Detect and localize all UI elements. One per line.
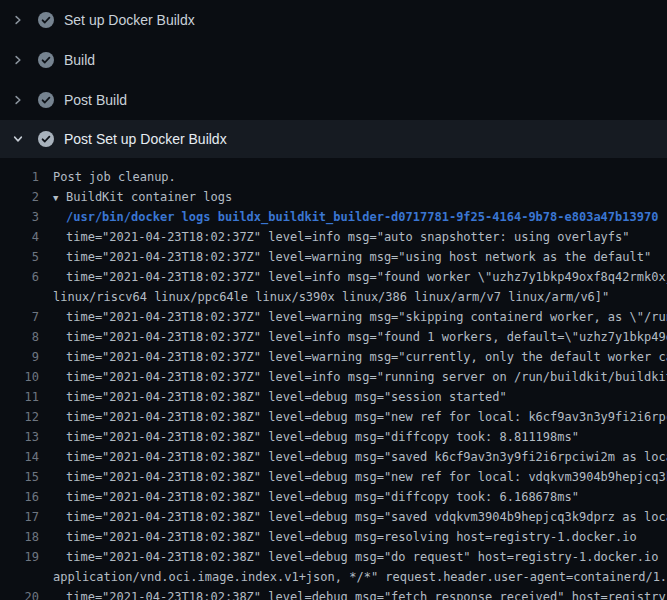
log-line: 15time="2021-04-23T18:02:38Z" level=debu… [0,467,667,487]
log-line: 3/usr/bin/docker logs buildx_buildkit_bu… [0,207,667,227]
log-text: time="2021-04-23T18:02:37Z" level=info m… [39,367,667,387]
log-line-wrap: linux/riscv64 linux/ppc64le linux/s390x … [0,287,667,307]
group-caret-icon[interactable]: ▼ [53,188,66,207]
log-lines: 1Post job cleanup.2▼BuildKit container l… [0,167,667,600]
log-line: 5time="2021-04-23T18:02:37Z" level=warni… [0,247,667,267]
line-number[interactable]: 4 [0,227,39,247]
log-line: 18time="2021-04-23T18:02:38Z" level=debu… [0,527,667,547]
log-text: time="2021-04-23T18:02:38Z" level=debug … [39,487,579,507]
step-row-set-up-docker-buildx[interactable]: Set up Docker Buildx [0,0,667,40]
log-text: time="2021-04-23T18:02:37Z" level=info m… [39,327,667,347]
chevron-right-icon [12,14,24,26]
step-label: Build [64,52,95,68]
line-number[interactable]: 15 [0,467,39,487]
step-label: Post Build [64,92,127,108]
line-number[interactable]: 7 [0,307,39,327]
log-line: 17time="2021-04-23T18:02:38Z" level=debu… [0,507,667,527]
log-line: 13time="2021-04-23T18:02:38Z" level=debu… [0,427,667,447]
log-text: time="2021-04-23T18:02:38Z" level=debug … [39,447,667,467]
log-line: 19time="2021-04-23T18:02:38Z" level=debu… [0,547,667,567]
check-circle-icon [38,12,54,28]
log-text: time="2021-04-23T18:02:37Z" level=info m… [39,267,667,287]
line-number[interactable]: 19 [0,547,39,567]
log-text: ▼BuildKit container logs [39,187,232,207]
line-number[interactable]: 3 [0,207,39,227]
log-line-wrap: application/vnd.oci.image.index.v1+json,… [0,567,667,587]
log-text: application/vnd.oci.image.index.v1+json,… [39,567,667,587]
log-text: Post job cleanup. [39,167,176,187]
log-text: time="2021-04-23T18:02:37Z" level=warnin… [39,347,667,367]
check-circle-icon [38,52,54,68]
log-text: time="2021-04-23T18:02:38Z" level=debug … [39,407,667,427]
log-text: time="2021-04-23T18:02:38Z" level=debug … [39,587,667,600]
log-text: time="2021-04-23T18:02:38Z" level=debug … [39,527,637,547]
log-text: time="2021-04-23T18:02:38Z" level=debug … [39,387,507,407]
log-line: 12time="2021-04-23T18:02:38Z" level=debu… [0,407,667,427]
log-text: time="2021-04-23T18:02:37Z" level=info m… [39,227,630,247]
log-text: time="2021-04-23T18:02:38Z" level=debug … [39,507,667,527]
log-text: linux/riscv64 linux/ppc64le linux/s390x … [39,287,609,307]
line-number-empty [0,287,39,307]
log-line: 4time="2021-04-23T18:02:37Z" level=info … [0,227,667,247]
log-text: time="2021-04-23T18:02:38Z" level=debug … [39,547,667,567]
line-number[interactable]: 20 [0,587,39,600]
log-text: time="2021-04-23T18:02:38Z" level=debug … [39,427,579,447]
line-number[interactable]: 9 [0,347,39,367]
steps-list: Set up Docker Buildx Build Post Build Po… [0,0,667,158]
check-circle-icon [38,92,54,108]
step-label: Set up Docker Buildx [64,12,195,28]
step-row-post-set-up-docker-buildx[interactable]: Post Set up Docker Buildx [0,120,667,158]
log-line: 2▼BuildKit container logs [0,187,667,207]
log-panel: 1Post job cleanup.2▼BuildKit container l… [0,158,667,600]
check-circle-icon [38,131,54,147]
log-line: 20time="2021-04-23T18:02:38Z" level=debu… [0,587,667,600]
line-number[interactable]: 14 [0,447,39,467]
log-text: time="2021-04-23T18:02:37Z" level=warnin… [39,307,667,327]
line-number[interactable]: 17 [0,507,39,527]
line-number[interactable]: 8 [0,327,39,347]
line-number[interactable]: 13 [0,427,39,447]
log-text: time="2021-04-23T18:02:37Z" level=warnin… [39,247,651,267]
line-number[interactable]: 10 [0,367,39,387]
line-number[interactable]: 18 [0,527,39,547]
log-line: 10time="2021-04-23T18:02:37Z" level=info… [0,367,667,387]
line-number[interactable]: 5 [0,247,39,267]
step-row-post-build[interactable]: Post Build [0,80,667,120]
log-line: 11time="2021-04-23T18:02:38Z" level=debu… [0,387,667,407]
log-line: 14time="2021-04-23T18:02:38Z" level=debu… [0,447,667,467]
log-line: 16time="2021-04-23T18:02:38Z" level=debu… [0,487,667,507]
chevron-right-icon [12,54,24,66]
chevron-down-icon [12,133,24,145]
line-number[interactable]: 11 [0,387,39,407]
line-number-empty [0,567,39,587]
log-line: 8time="2021-04-23T18:02:37Z" level=info … [0,327,667,347]
line-number[interactable]: 2 [0,187,39,207]
line-number[interactable]: 12 [0,407,39,427]
log-line: 9time="2021-04-23T18:02:37Z" level=warni… [0,347,667,367]
step-label: Post Set up Docker Buildx [64,131,227,147]
log-line: 6time="2021-04-23T18:02:37Z" level=info … [0,267,667,287]
log-command-text: /usr/bin/docker logs buildx_buildkit_bui… [39,207,658,227]
line-number[interactable]: 6 [0,267,39,287]
chevron-right-icon [12,94,24,106]
line-number[interactable]: 1 [0,167,39,187]
log-line: 1Post job cleanup. [0,167,667,187]
log-text: time="2021-04-23T18:02:38Z" level=debug … [39,467,667,487]
step-row-build[interactable]: Build [0,40,667,80]
log-line: 7time="2021-04-23T18:02:37Z" level=warni… [0,307,667,327]
line-number[interactable]: 16 [0,487,39,507]
